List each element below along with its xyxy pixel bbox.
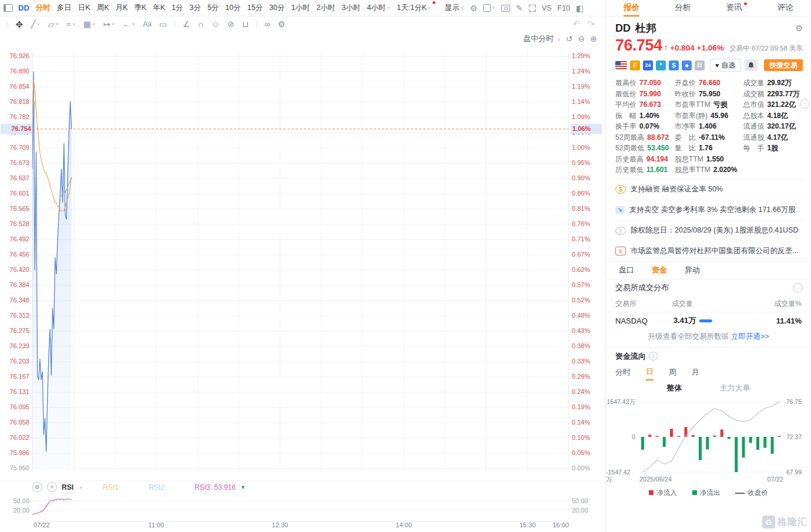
fundflow-tab-日[interactable]: 日 <box>646 365 654 381</box>
quote-value: 76.660 <box>699 78 720 89</box>
percent-tick: 0.19% <box>572 403 601 410</box>
compare-checkbox[interactable]: ∨ <box>483 4 495 12</box>
tab-评论[interactable]: 评论 <box>778 0 793 16</box>
wave-tool[interactable]: ≈∨ <box>66 20 76 28</box>
upgrade-link[interactable]: 立即开通>> <box>731 332 769 342</box>
fundflow-subtab-主力大单[interactable]: 主力大单 <box>720 383 750 393</box>
period-tab-季K[interactable]: 季K <box>134 3 146 13</box>
period-tab-2小时[interactable]: 2小时 <box>317 3 336 13</box>
period-tab-3小时[interactable]: 3小时 <box>341 3 360 13</box>
tab-资讯[interactable]: 资讯 <box>726 0 742 16</box>
undo-icon[interactable]: ↶ <box>573 19 581 29</box>
tab-分析[interactable]: 分析 <box>675 0 691 16</box>
trash-icon[interactable]: ⊔ <box>242 20 249 28</box>
zoom-out-icon[interactable]: ⊖ <box>578 35 585 43</box>
period-tab-月K[interactable]: 月K <box>115 3 128 13</box>
panel-tabbar: 报价分析资讯评论 <box>606 0 811 17</box>
quote-label: 委 比 <box>675 132 696 143</box>
period-tab-日K[interactable]: 日K <box>78 3 91 13</box>
pencil-icon[interactable]: ✎ <box>516 4 523 12</box>
price-tick: 76.565 <box>0 205 29 212</box>
zoom-in-icon[interactable]: ⊕ <box>590 35 597 43</box>
intraday-plot[interactable] <box>32 47 569 479</box>
text-tool-icon[interactable]: Aa <box>143 21 152 28</box>
header-gear-icon[interactable]: ⚙ <box>795 24 803 32</box>
angle-tool-icon[interactable]: ∠ <box>183 20 190 28</box>
info-icon[interactable]: i <box>649 352 658 361</box>
detail-tab-盘口[interactable]: 盘口 <box>619 265 634 275</box>
hide-drawings-icon[interactable]: ⊘ <box>227 20 234 28</box>
rsi-label[interactable]: RSI <box>62 483 73 491</box>
emoji-tool-icon[interactable]: ☺ <box>212 20 220 28</box>
fundflow-left-tick: -1547.42万 <box>606 469 635 484</box>
fundflow-tab-月[interactable]: 月 <box>692 366 699 380</box>
gear-icon[interactable]: ⚙ <box>470 4 478 12</box>
magnet-tool-icon[interactable]: ∩ <box>198 20 204 28</box>
drawing-settings-icon[interactable]: ⚙ <box>278 20 286 28</box>
rsi2-label: RSI2: <box>149 483 166 491</box>
reset-zoom-icon[interactable]: ↺ <box>566 35 573 43</box>
notice-row[interactable]: ↘支持卖空 卖空参考利率 3% 卖空池剩余 171.66万股 <box>615 200 804 220</box>
period-tab-1分[interactable]: 1分 <box>172 3 183 13</box>
down-triangle-icon[interactable]: ▼ <box>240 484 246 490</box>
extend-tool[interactable]: ↦∨ <box>103 20 115 28</box>
chevron-down-icon[interactable]: ∨ <box>79 485 83 489</box>
more-icon[interactable]: ··· <box>800 99 809 109</box>
legend-label: 净流出 <box>700 489 720 496</box>
quote-value: 2293.77万 <box>767 89 799 100</box>
rsi-settings-icon[interactable]: ⚙ <box>32 482 42 492</box>
fundflow-tab-分时[interactable]: 分时 <box>615 366 631 380</box>
quote-label: 每 手 <box>743 143 764 154</box>
compare-icon[interactable]: ∞ <box>264 20 270 28</box>
fullscreen-icon[interactable] <box>529 5 536 12</box>
period-tab-1天:1分K[interactable]: 1天:1分K∨ <box>397 3 431 13</box>
close-icon[interactable]: × <box>803 247 804 256</box>
fundflow-subtab-整体[interactable]: 整体 <box>667 383 682 393</box>
period-tab-年K[interactable]: 年K <box>153 3 165 13</box>
extend-icon: ↦ <box>103 20 110 28</box>
alert-bell-button[interactable] <box>745 59 758 71</box>
rsi-close-icon[interactable]: × <box>47 482 57 492</box>
percent-tick: 0.48% <box>572 312 601 319</box>
layout-icon[interactable] <box>4 4 13 12</box>
rsi-plot[interactable] <box>32 493 569 521</box>
period-tab-10分[interactable]: 10分 <box>225 3 240 13</box>
notice-row[interactable]: $支持融资 融资保证金率 50% <box>615 179 804 200</box>
chevron-down-icon: ∨ <box>37 22 41 26</box>
display-menu[interactable]: 显示∨ <box>445 3 464 13</box>
move-tool-icon[interactable]: ✥ <box>16 20 24 29</box>
pattern-tool[interactable]: ▦∨ <box>83 20 96 28</box>
more-icon[interactable]: ··· <box>793 283 803 292</box>
detail-tab-资金[interactable]: 资金 <box>652 265 667 275</box>
f10-button[interactable]: F10 <box>558 4 571 12</box>
chevron-down-icon: ∨ <box>111 22 115 26</box>
tab-报价[interactable]: 报价 <box>624 0 639 16</box>
drag-handle[interactable]: ⁞⁞ <box>6 21 8 28</box>
watchlist-button[interactable]: ♥自选 <box>710 59 741 72</box>
period-tab-多日[interactable]: 多日 <box>57 3 72 13</box>
chart-toolbar: DD 分时多日日K周K月K季K年K1分3分5分10分15分30分1小时2小时3小… <box>0 0 605 16</box>
period-tab-周K[interactable]: 周K <box>97 3 109 13</box>
fundflow-tab-周[interactable]: 周 <box>669 366 676 380</box>
trend-line-tool[interactable]: ╱∨ <box>31 20 40 28</box>
vs-button[interactable]: VS <box>542 4 552 12</box>
detail-tab-异动[interactable]: 异动 <box>685 265 700 275</box>
period-tab-3分[interactable]: 3分 <box>189 3 200 13</box>
period-tab-15分[interactable]: 15分 <box>247 3 263 13</box>
comment-tool-icon[interactable]: ▭ <box>159 20 167 28</box>
quick-trade-button[interactable]: 快捷交易 <box>764 59 803 71</box>
redo-icon[interactable]: ↷ <box>587 19 595 29</box>
period-tab-分时[interactable]: 分时 <box>36 3 51 13</box>
notice-row[interactable]: i除权除息日：2025/08/29 (美东) 1股派股息0.41USD <box>615 220 804 241</box>
notice-row[interactable]: ≡市场监管总局暂停对杜邦中国集团有限公司的反垄...× <box>615 241 804 261</box>
exchange-row[interactable]: NASDAQ 3.41万 11.41% <box>606 312 811 329</box>
screenshot-icon[interactable] <box>501 5 510 12</box>
channel-tool[interactable]: ▱∨ <box>48 20 59 28</box>
chart-mode-select[interactable]: 盘中分时 ∨ <box>523 33 560 44</box>
period-tab-4小时[interactable]: 4小时∨ <box>367 3 390 13</box>
period-tab-30分[interactable]: 30分 <box>269 3 284 13</box>
panel-toggle-icon[interactable]: ◧ <box>576 4 584 12</box>
period-tab-1小时[interactable]: 1小时 <box>291 3 310 13</box>
period-tab-5分[interactable]: 5分 <box>207 3 219 13</box>
arrow-tool[interactable]: ←∨ <box>122 20 135 28</box>
